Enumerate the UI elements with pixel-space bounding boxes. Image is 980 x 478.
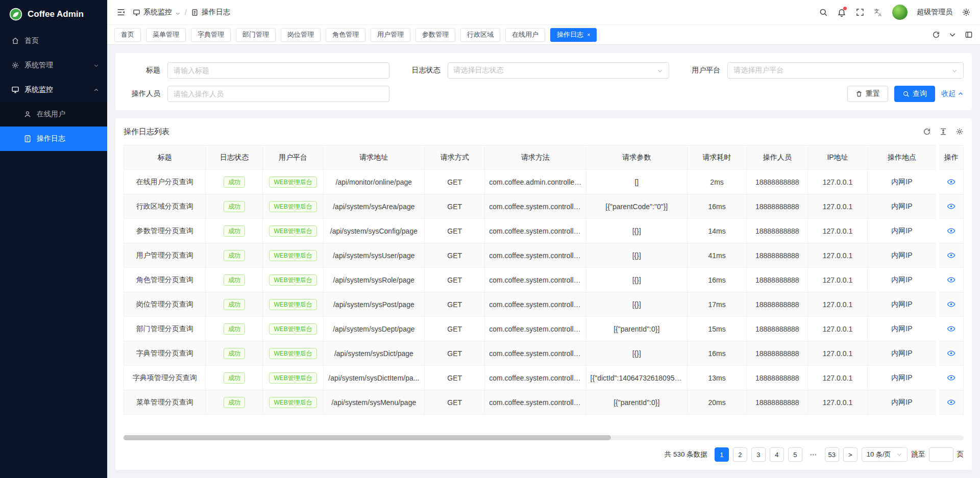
tab-0[interactable]: 首页 xyxy=(114,28,141,42)
table-row: 菜单管理分页查询成功WEB管理后台/api/system/sysMenu/pag… xyxy=(124,390,964,415)
table-row: 行政区域分页查询成功WEB管理后台/api/system/sysArea/pag… xyxy=(124,194,964,219)
cell-platform: WEB管理后台 xyxy=(263,341,323,366)
view-detail-eye-icon[interactable] xyxy=(947,251,955,260)
tab-2[interactable]: 字典管理 xyxy=(191,28,231,42)
tab-4[interactable]: 岗位管理 xyxy=(281,28,321,42)
fullscreen-icon[interactable] xyxy=(855,8,865,17)
logo[interactable]: Coffee Admin xyxy=(0,0,107,29)
status-tag: 成功 xyxy=(224,177,245,188)
operator-input[interactable] xyxy=(167,86,389,102)
tab-7[interactable]: 参数管理 xyxy=(415,28,455,42)
layout-expand-icon[interactable] xyxy=(965,31,973,39)
user-platform-label: 用户平台 xyxy=(683,66,727,75)
pagination-ellipsis[interactable]: ••• xyxy=(806,447,821,462)
cell-title: 岗位管理分页查询 xyxy=(124,292,206,317)
sidebar-item-online-users[interactable]: 在线用户 xyxy=(0,102,107,127)
platform-tag: WEB管理后台 xyxy=(269,323,316,335)
cell-url: /api/system/sysArea/page xyxy=(323,194,424,219)
tab-3[interactable]: 部门管理 xyxy=(236,28,276,42)
username[interactable]: 超级管理员 xyxy=(917,8,952,17)
tab-8[interactable]: 行政区域 xyxy=(460,28,500,42)
sidebar-item-system-management[interactable]: 系统管理 xyxy=(0,53,107,78)
view-detail-eye-icon[interactable] xyxy=(947,300,955,309)
cell-actions xyxy=(938,268,963,292)
log-status-select[interactable]: 请选择日志状态 xyxy=(448,62,670,79)
horizontal-scrollbar-thumb[interactable] xyxy=(124,435,611,440)
tab-1[interactable]: 菜单管理 xyxy=(146,28,186,42)
settings-gear-icon[interactable] xyxy=(962,8,971,17)
cell-handler: com.coffee.system.controlle... xyxy=(485,292,586,317)
cell-platform: WEB管理后台 xyxy=(263,243,323,268)
refresh-icon[interactable] xyxy=(932,31,940,39)
cell-actions xyxy=(938,390,963,415)
notification-bell-icon[interactable] xyxy=(837,8,846,17)
view-detail-eye-icon[interactable] xyxy=(947,349,955,358)
cell-platform: WEB管理后台 xyxy=(263,170,323,194)
svg-text:A: A xyxy=(878,13,881,17)
jump-page-input[interactable] xyxy=(929,447,953,462)
tab-close-icon[interactable]: × xyxy=(587,32,590,38)
column-settings-gear-icon[interactable] xyxy=(955,128,964,136)
avatar[interactable] xyxy=(892,5,908,20)
tab-9[interactable]: 在线用户 xyxy=(505,28,545,42)
table-row: 参数管理分页查询成功WEB管理后台/api/system/sysConfig/p… xyxy=(124,219,964,243)
page-size-select[interactable]: 10 条/页 xyxy=(862,447,908,462)
view-detail-eye-icon[interactable] xyxy=(947,373,955,382)
tab-6[interactable]: 用户管理 xyxy=(371,28,410,42)
platform-tag: WEB管理后台 xyxy=(269,348,316,359)
breadcrumb-item-system-monitor[interactable]: 系统监控 xyxy=(133,8,181,17)
sidebar-item-operation-log[interactable]: 操作日志 xyxy=(0,127,107,151)
title-input[interactable] xyxy=(167,62,389,79)
tabbar: 首页菜单管理字典管理部门管理岗位管理角色管理用户管理参数管理行政区域在线用户操作… xyxy=(107,24,980,45)
cell-actions xyxy=(938,366,963,390)
cell-ip: 127.0.0.1 xyxy=(808,341,867,366)
cell-url: /api/system/sysConfig/page xyxy=(323,219,424,243)
pagination-page-3[interactable]: 3 xyxy=(751,447,766,462)
cell-actions xyxy=(938,292,963,317)
reset-button[interactable]: 重置 xyxy=(847,86,888,102)
page-content: 标题 日志状态 请选择日志状态 用户平台 xyxy=(107,45,980,478)
view-detail-eye-icon[interactable] xyxy=(947,178,955,186)
chevron-down-icon[interactable] xyxy=(948,31,957,39)
view-detail-eye-icon[interactable] xyxy=(947,398,955,407)
tab-10[interactable]: 操作日志× xyxy=(550,28,597,42)
cell-duration: 2ms xyxy=(687,170,746,194)
view-detail-eye-icon[interactable] xyxy=(947,202,955,211)
row-height-icon[interactable] xyxy=(939,128,947,136)
tab-5[interactable]: 角色管理 xyxy=(326,28,365,42)
table-row: 岗位管理分页查询成功WEB管理后台/api/system/sysPost/pag… xyxy=(124,292,964,317)
jump-suffix: 页 xyxy=(957,450,964,459)
log-table-wrap: 标题日志状态用户平台请求地址请求方式请求方法请求参数请求耗时操作人员IP地址操作… xyxy=(124,145,964,415)
pagination-page-2[interactable]: 2 xyxy=(733,447,747,462)
reset-button-label: 重置 xyxy=(866,89,880,98)
pagination-next-button[interactable]: > xyxy=(843,447,857,462)
menu-collapse-icon[interactable] xyxy=(116,8,126,17)
pagination-page-1[interactable]: 1 xyxy=(715,447,729,462)
user-platform-select[interactable]: 请选择用户平台 xyxy=(727,62,964,79)
breadcrumb-item-operation-log[interactable]: 操作日志 xyxy=(191,8,230,17)
filter-operator: 操作人员 xyxy=(124,86,404,102)
tab-label: 行政区域 xyxy=(467,30,494,39)
cell-url: /api/system/sysPost/page xyxy=(323,292,424,317)
cell-actions xyxy=(938,219,963,243)
view-detail-eye-icon[interactable] xyxy=(947,324,955,333)
view-detail-eye-icon[interactable] xyxy=(947,275,955,284)
translate-icon[interactable]: 文A xyxy=(874,8,883,17)
collapse-button[interactable]: 收起 xyxy=(941,89,964,98)
view-detail-eye-icon[interactable] xyxy=(947,227,955,235)
sidebar-item-home[interactable]: 首页 xyxy=(0,29,107,53)
cell-params: [{}] xyxy=(586,219,687,243)
pagination-page-5[interactable]: 5 xyxy=(788,447,802,462)
status-tag: 成功 xyxy=(224,201,245,212)
cell-ip: 127.0.0.1 xyxy=(808,243,867,268)
search-icon[interactable] xyxy=(819,8,828,17)
sidebar-item-system-monitor[interactable]: 系统监控 xyxy=(0,78,107,102)
cell-location: 内网IP xyxy=(867,317,938,341)
cell-url: /api/system/sysMenu/page xyxy=(323,390,424,415)
cell-method: GET xyxy=(425,219,485,243)
pagination-page-53[interactable]: 53 xyxy=(825,447,839,462)
pagination-page-4[interactable]: 4 xyxy=(770,447,784,462)
cell-handler: com.coffee.system.controlle... xyxy=(485,390,586,415)
search-button[interactable]: 查询 xyxy=(894,86,935,102)
refresh-icon[interactable] xyxy=(923,128,931,136)
